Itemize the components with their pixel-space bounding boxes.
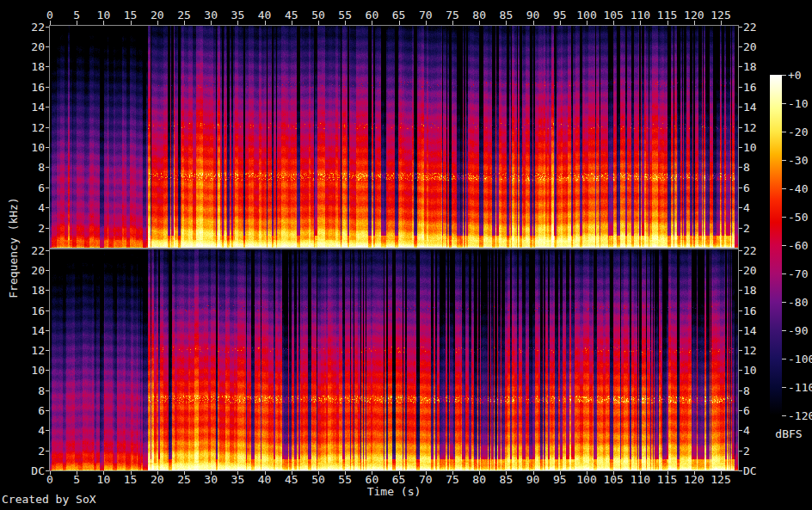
freq-tick-left: [46, 127, 49, 128]
time-tick-label-top: 75: [446, 9, 459, 22]
time-tick-label-top: 10: [97, 9, 111, 22]
freq-tick-left: [46, 350, 49, 351]
time-tick-top: [345, 21, 346, 25]
time-tick-label-top: 120: [684, 9, 704, 22]
time-tick-bottom: [157, 471, 158, 475]
time-tick-top: [50, 21, 51, 25]
time-tick-label-top: 35: [231, 9, 245, 22]
colorbar-tick-label: -30: [788, 154, 808, 167]
freq-tick-label-left: 8: [21, 384, 45, 396]
time-tick-label-bottom: 100: [576, 473, 596, 486]
time-tick-bottom: [426, 471, 427, 475]
freq-tick-right: [739, 290, 742, 291]
colorbar-tick: [782, 188, 786, 189]
time-tick-bottom: [131, 471, 132, 475]
freq-tick-right: [739, 270, 742, 271]
frame-left: [49, 25, 50, 471]
time-tick-bottom: [721, 471, 722, 475]
freq-tick-right: [739, 46, 742, 47]
time-tick-top: [265, 21, 266, 25]
freq-tick-left: [46, 330, 49, 331]
created-by-sox-label: Created by SoX: [2, 493, 96, 506]
freq-tick-label-left: 22: [21, 243, 45, 256]
freq-tick-label-right: 6: [743, 404, 750, 417]
frequency-axis-title: Frequency (kHz): [7, 197, 20, 298]
dbfs-colorbar: [770, 75, 782, 415]
freq-tick-label-right: 12: [743, 344, 757, 357]
time-tick-label-top: 105: [603, 9, 623, 22]
freq-tick-left: [46, 228, 49, 229]
time-tick-top: [533, 21, 534, 25]
dbfs-unit-label: dBFS: [768, 427, 809, 440]
time-tick-label-bottom: 50: [311, 473, 325, 486]
freq-tick-label-right: 16: [743, 304, 757, 316]
time-tick-top: [103, 21, 104, 25]
freq-tick-left: [46, 187, 49, 188]
time-axis-title: Time (s): [367, 485, 421, 498]
colorbar-tick: [782, 387, 786, 388]
time-tick-top: [721, 21, 722, 25]
freq-tick-left: [46, 370, 49, 371]
freq-tick-label-right: 10: [743, 140, 757, 153]
colorbar-tick-label: -80: [788, 296, 808, 309]
time-tick-bottom: [292, 471, 292, 475]
freq-tick-left: [46, 147, 49, 148]
freq-tick-right: [739, 370, 742, 371]
time-tick-top: [292, 21, 292, 25]
freq-tick-label-right: 14: [743, 323, 757, 336]
freq-tick-label-right: 14: [743, 101, 757, 114]
time-tick-top: [237, 21, 238, 25]
time-tick-label-bottom: 15: [124, 473, 138, 486]
freq-tick-right: [739, 87, 742, 88]
freq-dc-label-left: DC: [21, 464, 45, 477]
colorbar-tick-label: -40: [788, 182, 808, 195]
colorbar-tick: [782, 217, 786, 218]
freq-tick-right: [739, 310, 742, 311]
freq-tick-label-right: 18: [743, 284, 757, 297]
freq-dc-label-right: DC: [743, 464, 757, 477]
time-tick-top: [399, 21, 400, 25]
time-tick-label-bottom: 40: [258, 473, 272, 486]
time-tick-bottom: [479, 471, 480, 475]
time-tick-bottom: [318, 471, 319, 475]
time-tick-bottom: [399, 471, 400, 475]
time-tick-label-top: 70: [419, 9, 433, 22]
time-tick-label-bottom: 120: [684, 473, 704, 486]
freq-tick-label-right: 2: [743, 221, 750, 234]
time-tick-top: [318, 21, 319, 25]
time-tick-top: [426, 21, 427, 25]
time-tick-bottom: [77, 471, 77, 475]
colorbar-tick-label: -120: [788, 409, 812, 422]
freq-tick-label-left: 16: [21, 304, 45, 316]
time-tick-label-top: 65: [392, 9, 406, 22]
time-tick-label-bottom: 10: [97, 473, 111, 486]
time-tick-bottom: [694, 471, 695, 475]
time-tick-top: [560, 21, 561, 25]
time-tick-label-top: 45: [285, 9, 298, 22]
time-tick-bottom: [667, 471, 668, 475]
freq-tick-left: [46, 310, 49, 311]
freq-tick-label-right: 4: [743, 424, 750, 437]
freq-tick-left: [46, 107, 49, 108]
time-tick-label-bottom: 105: [603, 473, 623, 486]
freq-tick-right: [739, 187, 742, 188]
time-tick-top: [452, 21, 453, 25]
time-tick-label-bottom: 5: [73, 473, 80, 486]
time-tick-label-bottom: 55: [338, 473, 352, 486]
freq-tick-right: [739, 228, 742, 229]
time-tick-label-bottom: 110: [631, 473, 650, 486]
freq-tick-label-left: 10: [21, 364, 45, 377]
colorbar-tick-label: -60: [788, 239, 808, 252]
time-tick-label-top: 90: [526, 9, 540, 22]
freq-tick-label-right: 12: [743, 120, 757, 133]
time-tick-bottom: [237, 471, 238, 475]
time-tick-label-bottom: 95: [553, 473, 567, 486]
time-tick-top: [640, 21, 641, 25]
freq-tick-label-left: 12: [21, 120, 45, 133]
time-tick-label-top: 30: [204, 9, 218, 22]
colorbar-tick: [782, 273, 786, 274]
time-tick-label-top: 100: [576, 9, 596, 22]
time-tick-bottom: [103, 471, 104, 475]
freq-tick-label-right: 8: [743, 384, 750, 396]
time-tick-label-top: 110: [631, 9, 650, 22]
